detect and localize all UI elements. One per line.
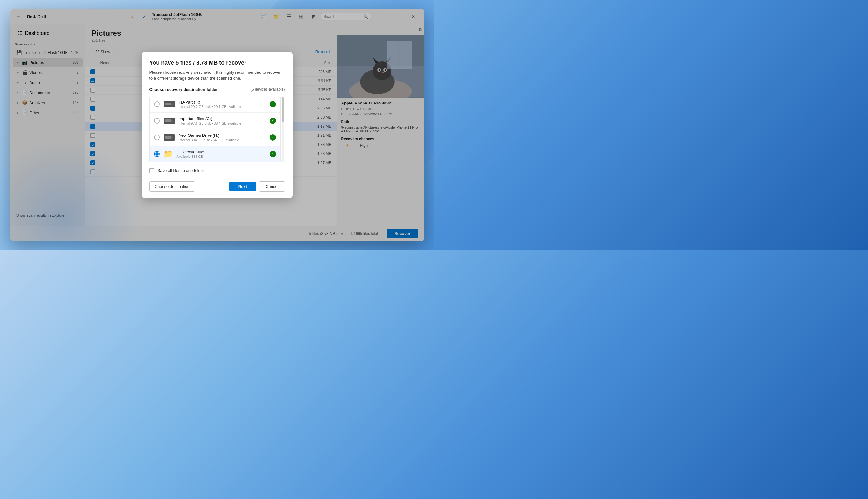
device-check-games: ✓: [270, 134, 276, 141]
device-info-important: Important files (G:) Internal 97.6 GB di…: [179, 117, 266, 125]
save-one-folder-checkbox[interactable]: [150, 168, 154, 173]
device-detail-tdpart: Internal 29.2 GB disk • 29.1 GB availabl…: [179, 105, 266, 109]
device-item-recover[interactable]: 📁 E:\Recover-files Available 338 GB ✓: [150, 146, 280, 162]
radio-recover[interactable]: [154, 151, 160, 157]
device-name-important: Important files (G:): [179, 117, 266, 121]
svg-point-23: [171, 136, 173, 138]
modal-section-title: Choose recovery destination folder: [150, 87, 218, 92]
drive-icon-important: [164, 118, 175, 124]
device-name-tdpart: TD-Part (F:): [179, 100, 266, 105]
device-item-games[interactable]: New Games Drive (H:) Internal 894 GB dis…: [150, 129, 280, 146]
modal-save-one-folder: Save all files to one folder: [142, 164, 293, 178]
folder-icon: 📁: [164, 150, 173, 158]
device-name-games: New Games Drive (H:): [179, 133, 266, 138]
device-check-tdpart: ✓: [270, 101, 276, 107]
device-item-tdpart[interactable]: TD-Part (F:) Internal 29.2 GB disk • 29.…: [150, 96, 280, 113]
drive-icon-tdpart: [164, 101, 175, 107]
choose-destination-button[interactable]: Choose destination: [150, 181, 195, 192]
cancel-button[interactable]: Cancel: [259, 181, 285, 192]
radio-tdpart[interactable]: [154, 101, 160, 107]
device-info-tdpart: TD-Part (F:) Internal 29.2 GB disk • 29.…: [179, 100, 266, 109]
device-info-recover: E:\Recover-files Available 338 GB: [177, 150, 266, 158]
svg-point-17: [171, 103, 173, 105]
modal-body: You have 5 files / 8.73 MB to recover Pl…: [142, 52, 293, 164]
device-info-games: New Games Drive (H:) Internal 894 GB dis…: [179, 133, 266, 142]
modal-description: Please choose recovery destination. It i…: [150, 69, 285, 82]
device-detail-recover: Available 338 GB: [177, 155, 266, 158]
modal-title: You have 5 files / 8.73 MB to recover: [150, 60, 285, 66]
scrollbar-track[interactable]: [282, 97, 284, 162]
radio-inner: [155, 153, 158, 156]
device-check-important: ✓: [270, 118, 276, 124]
device-item-important[interactable]: Important files (G:) Internal 97.6 GB di…: [150, 113, 280, 129]
svg-rect-22: [165, 136, 171, 138]
modal-footer: Choose destination Next Cancel: [142, 178, 293, 198]
drive-icon-games: [164, 134, 175, 141]
scrollbar-thumb[interactable]: [282, 97, 284, 122]
device-list: TD-Part (F:) Internal 29.2 GB disk • 29.…: [150, 96, 281, 162]
next-button[interactable]: Next: [229, 182, 256, 191]
radio-games[interactable]: [154, 135, 160, 140]
device-check-recover: ✓: [270, 151, 276, 157]
device-detail-games: Internal 894 GB disk • 543 GB available: [179, 138, 266, 142]
svg-rect-19: [165, 120, 171, 122]
svg-rect-16: [165, 103, 171, 105]
radio-important[interactable]: [154, 118, 160, 124]
modal-section-header: Choose recovery destination folder (6 de…: [150, 87, 285, 92]
devices-count: (6 devices available): [250, 87, 285, 92]
app-window: ☰ Disk Drill ⌂ ✓ Transcend JetFlash 16GB…: [10, 9, 425, 241]
device-list-container: TD-Part (F:) Internal 29.2 GB disk • 29.…: [150, 96, 285, 164]
save-one-folder-label: Save all files to one folder: [158, 168, 204, 173]
modal-overlay: You have 5 files / 8.73 MB to recover Pl…: [10, 9, 425, 241]
device-name-recover: E:\Recover-files: [177, 150, 266, 154]
svg-point-20: [171, 120, 173, 122]
recovery-modal: You have 5 files / 8.73 MB to recover Pl…: [142, 52, 293, 198]
device-detail-important: Internal 97.6 GB disk • 38.4 GB availabl…: [179, 121, 266, 125]
